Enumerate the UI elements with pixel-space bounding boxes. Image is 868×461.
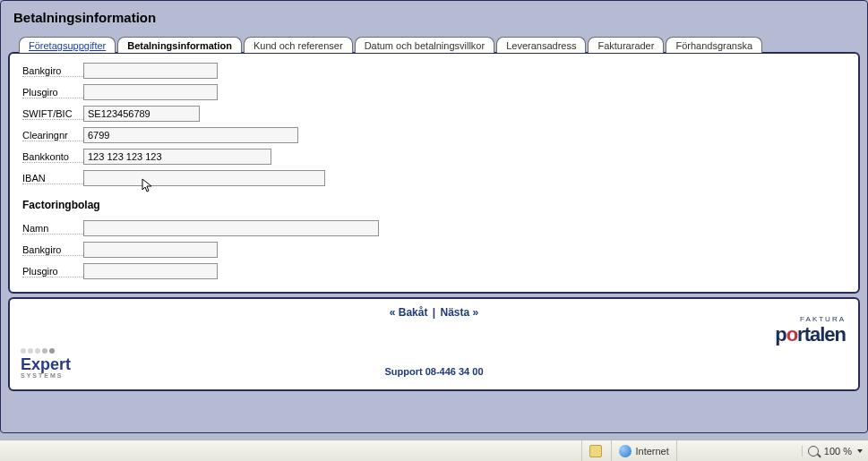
status-security-section[interactable] (581, 440, 611, 461)
clearing-input[interactable] (83, 127, 298, 143)
tab-foretagsuppgifter[interactable]: Företagsuppgifter (19, 37, 116, 53)
factoring-namn-input[interactable] (83, 220, 379, 236)
clearing-label: Clearingnr (22, 130, 83, 141)
plusgiro-label: Plusgiro (22, 87, 83, 98)
tab-fakturarader[interactable]: Fakturarader (588, 37, 664, 53)
browser-statusbar: Internet 100 % (0, 440, 868, 461)
factoring-plusgiro-input[interactable] (83, 263, 218, 279)
back-link[interactable]: « Bakåt (390, 306, 428, 319)
nav-links: « Bakåt | Nästa » (19, 306, 849, 319)
globe-icon (619, 445, 632, 457)
tab-leveransadress[interactable]: Leveransadress (496, 37, 586, 53)
form-panel: Bankgiro Plusgiro SWIFT/BIC Clearingnr B… (8, 52, 860, 294)
footer-panel: « Bakåt | Nästa » Expert SYSTEMS FAKTURA… (8, 297, 860, 391)
next-link[interactable]: Nästa » (441, 306, 479, 319)
bankkonto-input[interactable] (83, 149, 271, 165)
status-zone-text: Internet (635, 446, 668, 457)
chevron-down-icon (857, 449, 863, 453)
factoring-bankgiro-label: Bankgiro (22, 244, 83, 256)
tab-datum-och-betalningsvillkor[interactable]: Datum och betalningsvillkor (355, 37, 495, 53)
iban-input[interactable] (83, 170, 325, 186)
factoring-namn-label: Namn (22, 223, 83, 235)
factoring-heading: Factoringbolag (22, 199, 846, 211)
factoring-plusgiro-label: Plusgiro (22, 266, 83, 277)
bankgiro-input[interactable] (83, 63, 218, 79)
status-zone-section[interactable]: Internet (611, 440, 675, 461)
swift-input[interactable] (83, 106, 200, 122)
status-zoom-section[interactable]: 100 % (802, 446, 868, 457)
logo-fakturaportalen: FAKTURA portalen (775, 315, 846, 346)
swift-label: SWIFT/BIC (22, 108, 83, 120)
page-title: Betalningsinformation (13, 10, 860, 25)
bankkonto-label: Bankkonto (22, 151, 83, 163)
plusgiro-input[interactable] (83, 84, 218, 100)
tab-forhandsgranska[interactable]: Förhandsgranska (666, 37, 762, 53)
tab-betalningsinformation[interactable]: Betalningsinformation (117, 37, 242, 53)
zoom-text: 100 % (824, 446, 852, 457)
support-text: Support 08-446 34 00 (10, 366, 858, 377)
bankgiro-label: Bankgiro (22, 65, 83, 77)
factoring-bankgiro-input[interactable] (83, 242, 218, 258)
tabs-row: Företagsuppgifter Betalningsinformation … (19, 36, 860, 52)
iban-label: IBAN (22, 173, 83, 184)
nav-separator: | (433, 306, 435, 319)
tab-kund-och-referenser[interactable]: Kund och referenser (244, 37, 353, 53)
shield-icon (589, 445, 602, 457)
magnifier-icon (808, 446, 819, 457)
